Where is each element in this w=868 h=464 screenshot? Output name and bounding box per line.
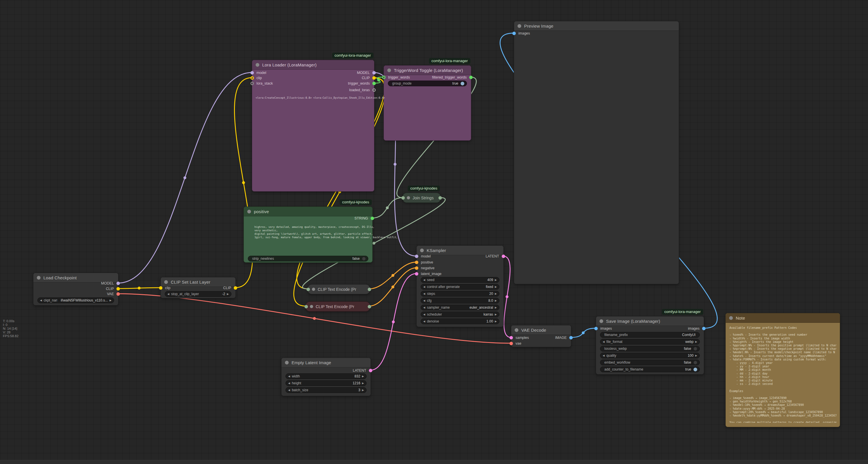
increment-arrow-icon[interactable]: ▶ — [495, 279, 497, 281]
widget-quality[interactable]: ◀quality100▶ — [600, 353, 700, 358]
collapse-toggle-icon[interactable] — [420, 249, 424, 252]
node-ksampler[interactable]: KSamplermodelpositivenegativelatent_imag… — [416, 245, 504, 327]
output-slot-dot-CLIP[interactable] — [234, 286, 237, 290]
widget-control_after_generate[interactable]: ◀control after generatefixed▶ — [421, 284, 499, 290]
increment-arrow-icon[interactable]: ▶ — [495, 313, 497, 316]
widget-sampler_name[interactable]: ◀sampler_nameeuler_ancestral▶ — [421, 304, 499, 310]
collapse-toggle-icon[interactable] — [407, 196, 410, 199]
widget-ckpt_name[interactable]: ◀ckpt_nameil\waiNSFWIllustrious_v110.s..… — [37, 297, 114, 303]
increment-arrow-icon[interactable]: ▶ — [495, 285, 497, 288]
output-slot-dot-LATENT[interactable] — [502, 255, 505, 258]
output-slot-dot-VAE[interactable] — [117, 292, 120, 296]
node-join-strings[interactable]: comfyui-kjnodesJoin Strings — [403, 193, 441, 203]
collapse-toggle-icon[interactable] — [515, 328, 518, 332]
collapsed-input-dot[interactable] — [307, 288, 310, 291]
output-slot-dot-trigger_words[interactable] — [372, 82, 376, 85]
increment-arrow-icon[interactable]: ▶ — [110, 299, 112, 302]
node-clip-text-encode-negative[interactable]: CLIP Text Encode (Pr — [306, 301, 370, 312]
output-slot-dot-MODEL[interactable] — [117, 282, 120, 285]
collapse-toggle-icon[interactable] — [599, 319, 603, 323]
increment-arrow-icon[interactable]: ▶ — [695, 354, 697, 357]
toggle-knob[interactable] — [693, 368, 697, 371]
output-slot-dot-CLIP[interactable] — [117, 287, 120, 291]
widget-height[interactable]: ◀height1216▶ — [285, 380, 367, 386]
decrement-arrow-icon[interactable]: ◀ — [288, 382, 290, 385]
note-text[interactable]: Available filename_prefix Pattern Codes … — [730, 326, 836, 423]
decrement-arrow-icon[interactable]: ◀ — [40, 299, 42, 302]
decrement-arrow-icon[interactable]: ◀ — [423, 285, 425, 288]
node-save-image[interactable]: comfyui-lora-managerSave Image (LoraMana… — [596, 316, 704, 375]
decrement-arrow-icon[interactable]: ◀ — [288, 388, 290, 392]
widget-file_format[interactable]: ◀file_formatwebp▶ — [600, 339, 700, 345]
input-slot-dot-vae[interactable] — [509, 342, 513, 345]
input-slot-dot-positive[interactable] — [415, 261, 418, 264]
collapse-toggle-icon[interactable] — [37, 276, 40, 280]
decrement-arrow-icon[interactable]: ◀ — [602, 340, 604, 343]
increment-arrow-icon[interactable]: ▶ — [495, 292, 497, 295]
widget-cfg[interactable]: ◀cfg8.0▶ — [421, 298, 499, 303]
input-slot-dot-images[interactable] — [513, 32, 516, 35]
increment-arrow-icon[interactable]: ▶ — [495, 306, 497, 309]
decrement-arrow-icon[interactable]: ◀ — [423, 292, 425, 295]
node-preview-image[interactable]: Preview Imageimages — [514, 21, 679, 284]
widget-width[interactable]: ◀width832▶ — [285, 373, 367, 379]
positive-prompt-text[interactable]: highres, very detailed, amazing quality,… — [254, 225, 415, 239]
toggle-knob[interactable] — [693, 347, 697, 351]
widget-embed_workflow[interactable]: embed_workflowfalse — [600, 359, 700, 365]
input-slot-dot-latent_image[interactable] — [415, 272, 418, 276]
collapsed-output-dot[interactable] — [438, 196, 442, 200]
output-slot-dot-LATENT[interactable] — [369, 369, 372, 372]
collapse-toggle-icon[interactable] — [312, 288, 315, 291]
widget-seed[interactable]: ◀seed409▶ — [421, 277, 499, 283]
widget-lossless_webp[interactable]: lossless_webpfalse — [600, 346, 700, 351]
toggle-knob[interactable] — [362, 257, 366, 261]
node-load-checkpoint[interactable]: Load CheckpointMODELCLIPVAE◀ckpt_nameil\… — [33, 273, 119, 306]
collapse-toggle-icon[interactable] — [285, 361, 289, 365]
collapsed-input-dot[interactable] — [401, 196, 405, 200]
decrement-arrow-icon[interactable]: ◀ — [423, 279, 425, 281]
node-clip-set-last-layer[interactable]: CLIP Set Last LayerclipCLIP◀stop_at_clip… — [160, 277, 236, 298]
input-slot-dot-negative[interactable] — [415, 266, 418, 270]
toggle-knob[interactable] — [693, 361, 697, 365]
widget-steps[interactable]: ◀steps20▶ — [421, 291, 499, 297]
collapse-toggle-icon[interactable] — [164, 280, 168, 284]
collapse-toggle-icon[interactable] — [256, 63, 259, 67]
collapse-toggle-icon[interactable] — [247, 210, 251, 213]
node-lora-loader[interactable]: comfyui-lora-managerLora Loader (LoraMan… — [252, 60, 374, 192]
output-slot-dot-loaded_loras[interactable] — [372, 88, 376, 92]
collapse-toggle-icon[interactable] — [387, 68, 391, 72]
collapse-toggle-icon[interactable] — [310, 305, 313, 308]
node-vae-decode[interactable]: VAE DecodesamplesvaeIMAGE — [511, 325, 571, 347]
decrement-arrow-icon[interactable]: ◀ — [602, 354, 604, 357]
collapsed-output-dot[interactable] — [368, 305, 371, 308]
decrement-arrow-icon[interactable]: ◀ — [423, 313, 425, 316]
widget-batch_size[interactable]: ◀batch_size3▶ — [285, 387, 367, 393]
collapse-toggle-icon[interactable] — [729, 316, 733, 320]
output-slot-dot-MODEL[interactable] — [372, 71, 376, 75]
output-slot-dot-STRING[interactable] — [371, 216, 374, 220]
widget-stop_at_clip_layer[interactable]: ◀stop_at_clip_layer-2▶ — [165, 291, 231, 297]
increment-arrow-icon[interactable]: ▶ — [362, 388, 364, 392]
node-clip-text-encode-positive[interactable]: CLIP Text Encode (Pr — [308, 284, 370, 294]
collapsed-output-dot[interactable] — [368, 288, 371, 291]
node-positive-prompt[interactable]: comfyui-kjnodespositiveSTRINGstrip_newli… — [244, 207, 373, 263]
increment-arrow-icon[interactable]: ▶ — [362, 382, 364, 385]
graph-canvas[interactable]: Load CheckpointMODELCLIPVAE◀ckpt_nameil\… — [0, 0, 868, 464]
widget-denoise[interactable]: ◀denoise1.00▶ — [421, 318, 499, 324]
collapse-toggle-icon[interactable] — [518, 24, 521, 28]
increment-arrow-icon[interactable]: ▶ — [227, 293, 229, 295]
output-slot-dot-images[interactable] — [702, 327, 706, 330]
decrement-arrow-icon[interactable]: ◀ — [423, 306, 425, 309]
output-slot-dot-CLIP[interactable] — [372, 76, 376, 80]
widget-add_counter_to_filename[interactable]: add_counter_to_filenametrue — [600, 367, 700, 372]
widget-filename_prefix[interactable]: filename_prefixComfyUI — [600, 332, 700, 338]
toggle-knob[interactable] — [461, 82, 464, 85]
increment-arrow-icon[interactable]: ▶ — [362, 375, 364, 378]
increment-arrow-icon[interactable]: ▶ — [495, 299, 497, 302]
output-slot-dot-filtered_trigger_words[interactable] — [469, 76, 473, 79]
decrement-arrow-icon[interactable]: ◀ — [423, 320, 425, 323]
node-triggerword-toggle[interactable]: comfyui-lora-managerTriggerWord Toggle (… — [383, 65, 471, 141]
node-empty-latent-image[interactable]: Empty Latent ImageLATENT◀width832▶◀heigh… — [281, 357, 371, 396]
widget-strip_newlines[interactable]: strip_newlinesfalse — [248, 256, 368, 261]
lora-syntax-text[interactable]: <lora:CreateConcept_Illustrious:0.8> <lo… — [256, 96, 405, 100]
